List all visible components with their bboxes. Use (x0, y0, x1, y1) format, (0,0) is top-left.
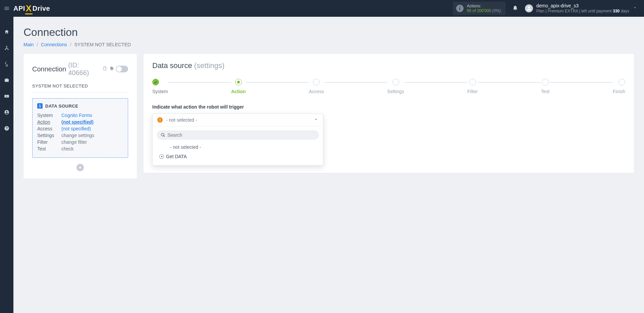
datasource-row-test[interactable]: Test check (37, 145, 123, 152)
step-filter[interactable]: Filter (467, 79, 478, 94)
check-icon (153, 80, 158, 84)
youtube-icon (4, 93, 9, 99)
chevron-up-icon (314, 117, 318, 123)
document-icon (102, 66, 107, 71)
settings-button[interactable] (109, 66, 114, 72)
left-sidebar (0, 17, 13, 313)
app-logo[interactable]: API X Drive (13, 3, 50, 14)
step-finish[interactable]: Finish (613, 79, 625, 94)
gear-icon (109, 66, 114, 71)
actions-label: Actions: (467, 4, 501, 8)
breadcrumb: Main / Connections / SYSTEM NOT SELECTED (23, 42, 634, 47)
home-icon (4, 29, 9, 35)
username: demo_apix-drive_s3 (536, 3, 629, 9)
action-field-label: Indicate what action the robot will trig… (152, 104, 625, 110)
logo-text-drive: Drive (33, 5, 50, 12)
datasource-row-system[interactable]: System Cognito Forms (37, 112, 123, 119)
action-dropdown: ! - not selected - - not selected - Get … (152, 114, 323, 166)
step-number-badge: 1 (37, 103, 43, 109)
step-system[interactable]: System (152, 79, 168, 94)
actions-counter[interactable]: i Actions: 56 of 200'000 (0%) (453, 2, 505, 15)
dollar-icon (4, 61, 9, 67)
plan-name: Premium EXTRA (548, 9, 578, 13)
datasource-row-filter[interactable]: Filter change filter (37, 139, 123, 145)
sidebar-item-video[interactable] (0, 91, 13, 101)
plan-prefix: Plan | (536, 9, 546, 13)
page-title: Connection (23, 26, 634, 39)
top-header: API X Drive i Actions: 56 of 200'000 (0%… (0, 0, 644, 17)
plus-icon: + (78, 165, 82, 171)
datasource-row-access[interactable]: Access (not specified) (37, 125, 123, 132)
sidebar-item-billing[interactable] (0, 59, 13, 69)
step-test[interactable]: Test (541, 79, 550, 94)
info-icon: i (456, 5, 464, 12)
user-text: demo_apix-drive_s3 Plan | Premium EXTRA … (536, 3, 629, 14)
main-card-subtitle: (settings) (194, 61, 224, 70)
breadcrumb-main[interactable]: Main (23, 42, 34, 47)
notifications-button[interactable] (512, 5, 518, 12)
dropdown-search[interactable] (157, 130, 319, 140)
breadcrumb-current: SYSTEM NOT SELECTED (74, 42, 131, 47)
datasource-row-settings[interactable]: Settings change settings (37, 132, 123, 139)
sidebar-item-account[interactable] (0, 107, 13, 117)
search-icon (161, 133, 165, 137)
user-menu-chevron[interactable] (629, 5, 641, 11)
add-step-button[interactable]: + (76, 164, 84, 171)
warning-icon: ! (157, 117, 163, 123)
step-access[interactable]: Access (309, 79, 324, 94)
copy-button[interactable] (102, 66, 107, 72)
user-circle-icon (4, 110, 9, 115)
sidebar-item-home[interactable] (0, 27, 13, 37)
dropdown-option-none[interactable]: - not selected - (157, 142, 319, 152)
briefcase-icon (4, 77, 9, 83)
menu-toggle-button[interactable] (0, 0, 13, 17)
connection-subtitle: SYSTEM NOT SELECTED (32, 83, 128, 88)
sidebar-item-tools[interactable] (0, 75, 13, 85)
step-progress: System Action Access Setti (152, 79, 625, 94)
dropdown-search-input[interactable] (167, 132, 315, 138)
actions-pct: (0%) (492, 8, 501, 13)
datasource-heading: DATA SOURCE (45, 104, 78, 109)
step-settings[interactable]: Settings (387, 79, 404, 94)
main-content: Connection Main / Connections / SYSTEM N… (13, 17, 644, 313)
logo-x-icon: X (26, 3, 32, 14)
connection-card-title: Connection (32, 65, 66, 73)
plan-days-word: days (621, 9, 629, 13)
actions-used: 56 (467, 8, 471, 13)
plan-days: 330 (613, 9, 620, 13)
avatar-icon (525, 4, 533, 12)
datasource-block: 1 DATA SOURCE System Cognito Forms Actio… (32, 98, 128, 158)
play-icon (159, 154, 164, 159)
actions-text: Actions: 56 of 200'000 (0%) (467, 4, 501, 13)
chevron-down-icon (633, 5, 637, 10)
sidebar-item-connections[interactable] (0, 43, 13, 53)
dropdown-selected-value: - not selected - (166, 117, 197, 123)
sidebar-item-help[interactable] (0, 123, 13, 133)
connection-summary-card: Connection (ID: 40666) SYSTEM NOT SELECT… (23, 54, 137, 179)
main-card-title: Data source (152, 61, 192, 70)
actions-total: 200'000 (477, 8, 491, 13)
hamburger-icon (4, 5, 10, 11)
datasource-row-action[interactable]: Action (not specified) (37, 119, 123, 125)
actions-of: of (473, 8, 476, 13)
step-action[interactable]: Action (231, 79, 246, 94)
logo-text-api: API (13, 5, 25, 12)
bell-icon (512, 5, 518, 11)
sitemap-icon (4, 45, 9, 51)
question-icon (4, 126, 9, 131)
connection-enable-toggle[interactable] (116, 66, 128, 72)
plan-suffix: | left until payment (579, 9, 612, 13)
datasource-settings-card: Data source (settings) System Action (144, 54, 634, 173)
connection-id: (ID: 40666) (68, 61, 100, 77)
dropdown-toggle[interactable]: ! - not selected - (153, 114, 323, 126)
breadcrumb-connections[interactable]: Connections (41, 42, 67, 47)
dropdown-option-get-data[interactable]: Get DATA (157, 152, 319, 161)
user-menu[interactable]: demo_apix-drive_s3 Plan | Premium EXTRA … (525, 3, 629, 14)
